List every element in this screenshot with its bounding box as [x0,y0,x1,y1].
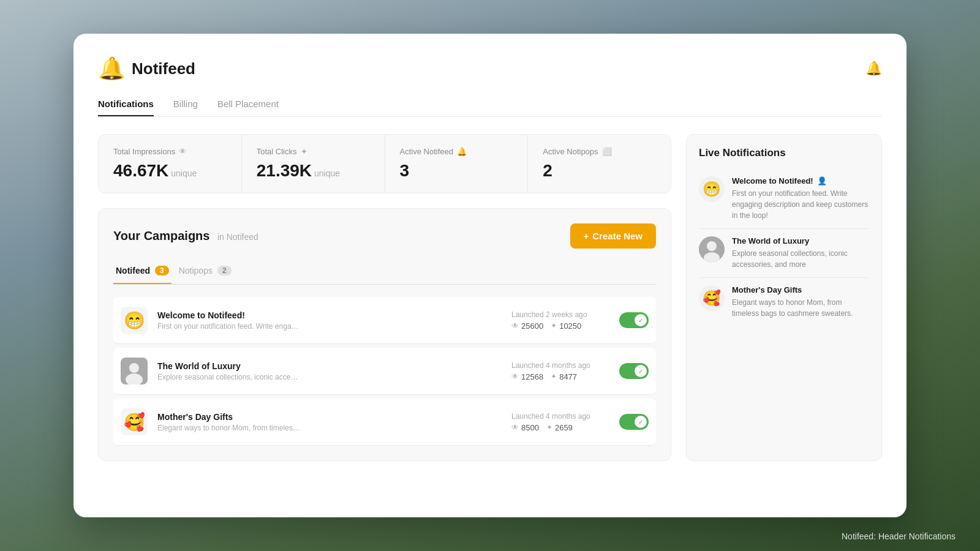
campaigns-subtitle: in Notifeed [217,232,258,242]
footer-watermark: Notifeed: Header Notifications [842,531,956,541]
toggle-1[interactable]: ✓ [619,363,649,379]
svg-point-1 [129,363,139,373]
campaign-tab-notipops[interactable]: Notipops 2 [176,261,234,284]
campaign-stats-0: Launched 2 weeks ago 👁 25600 ✦ 10250 [511,310,609,331]
spark-icon-2: ✦ [546,423,552,432]
views-metric-0: 👁 25600 [511,321,543,331]
campaign-launched-2: Launched 4 months ago [511,412,590,421]
stat-impressions-value: 46.67Kunique [113,161,227,181]
notif-content-2: Mother's Day Gifts Elegant ways to honor… [732,285,869,319]
notif-content-0: Welcome to Notifeed! 👤 First on your not… [732,176,869,221]
toggle-knob-2: ✓ [635,416,647,428]
campaign-name-2: Mother's Day Gifts [157,412,502,422]
notif-name-0: Welcome to Notifeed! 👤 [732,176,869,186]
tab-notifications[interactable]: Notifications [98,99,154,116]
notif-name-icon-0: 👤 [817,176,827,186]
tab-bell-placement[interactable]: Bell Placement [217,99,279,116]
notipops-tab-label: Notipops [179,266,213,276]
views-metric-1: 👁 12568 [511,372,543,381]
app-window: 🔔 Notifeed 🔔 Notifications Billing Bell … [74,34,907,517]
person-avatar-notif-1 [699,236,725,262]
left-panel: Total Impressions 👁 46.67Kunique Total C… [98,134,671,461]
stat-impressions-label: Total Impressions 👁 [113,147,227,156]
eye-icon-0: 👁 [511,321,519,330]
notif-item-2: 🥰 Mother's Day Gifts Elegant ways to hon… [699,278,869,326]
nav-tabs: Notifications Billing Bell Placement [98,99,882,117]
campaign-desc-1: Explore seasonal collections, iconic acc… [157,373,502,381]
header-bell-icon[interactable]: 🔔 [865,61,882,77]
campaign-info-2: Mother's Day Gifts Elegant ways to honor… [157,412,502,432]
stat-active-notipops: Active Notipops ⬜ 2 [528,135,671,193]
campaign-name-0: Welcome to Notifeed! [157,310,502,320]
toggle-2[interactable]: ✓ [619,414,649,430]
right-panel: Live Notifications 😁 Welcome to Notifeed… [686,134,882,461]
stat-notifeed-label: Active Notifeed 🔔 [400,147,513,156]
svg-point-4 [707,241,717,251]
campaign-list: 😁 Welcome to Notifeed! First on your not… [113,297,656,446]
campaign-emoji-0: 😁 [121,307,148,334]
toggle-knob-0: ✓ [635,314,647,326]
notipops-icon: ⬜ [602,147,612,156]
stat-total-impressions: Total Impressions 👁 46.67Kunique [99,135,242,193]
toggle-knob-1: ✓ [635,365,647,377]
stat-notifeed-value: 3 [400,161,513,181]
campaign-desc-0: First on your notification feed. Write e… [157,322,502,331]
campaign-desc-2: Elegant ways to honor Mom, from timeles… [157,424,502,432]
notif-item-1: The World of Luxury Explore seasonal col… [699,229,869,278]
notif-avatar-1 [699,236,725,262]
header: 🔔 Notifeed 🔔 [98,56,882,81]
stat-notipops-label: Active Notipops ⬜ [543,147,656,156]
notif-avatar-0: 😁 [699,176,725,202]
notifeed-icon: 🔔 [457,147,467,156]
plus-icon: + [584,231,589,241]
live-notifications-panel: Live Notifications 😁 Welcome to Notifeed… [686,134,882,461]
campaign-item: The World of Luxury Explore seasonal col… [113,348,656,395]
clicks-metric-1: ✦ 8477 [551,372,577,381]
campaigns-section: Your Campaigns in Notifeed + Create New … [98,208,671,461]
campaigns-header: Your Campaigns in Notifeed + Create New [113,223,656,249]
stat-clicks-label: Total Clicks ✦ [257,147,370,156]
campaigns-title-area: Your Campaigns in Notifeed [113,229,258,243]
app-name: Notifeed [132,59,195,78]
eye-icon-1: 👁 [511,372,519,381]
live-notifications-title: Live Notifications [699,147,869,159]
campaign-info-0: Welcome to Notifeed! First on your notif… [157,310,502,331]
campaign-item: 😁 Welcome to Notifeed! First on your not… [113,297,656,344]
campaign-tabs: Notifeed 3 Notipops 2 [113,261,656,285]
clicks-icon: ✦ [301,147,307,156]
stat-active-notifeed: Active Notifeed 🔔 3 [385,135,529,193]
toggle-0[interactable]: ✓ [619,312,649,328]
campaign-name-1: The World of Luxury [157,361,502,371]
spark-icon-1: ✦ [551,372,557,381]
campaign-launched-0: Launched 2 weeks ago [511,310,587,319]
logo-icon: 🔔 [98,56,126,81]
notif-avatar-2: 🥰 [699,285,725,311]
notifeed-tab-badge: 3 [155,266,169,276]
notif-name-2: Mother's Day Gifts [732,285,869,294]
campaign-stats-2: Launched 4 months ago 👁 8500 ✦ 2659 [511,412,609,432]
main-content: Total Impressions 👁 46.67Kunique Total C… [98,134,882,461]
notif-desc-2: Elegant ways to honor Mom, from timeless… [732,297,869,319]
impressions-icon: 👁 [179,147,187,156]
create-new-button[interactable]: + Create New [570,223,656,249]
stat-notipops-value: 2 [543,161,656,181]
tab-billing[interactable]: Billing [173,99,198,116]
campaign-tab-notifeed[interactable]: Notifeed 3 [113,261,172,284]
clicks-metric-2: ✦ 2659 [546,423,573,432]
stat-clicks-value: 21.39Kunique [257,161,370,181]
notipops-tab-badge: 2 [217,266,232,276]
campaign-metrics-2: 👁 8500 ✦ 2659 [511,423,573,432]
create-new-label: Create New [592,231,643,241]
stats-row: Total Impressions 👁 46.67Kunique Total C… [98,134,671,193]
notif-content-1: The World of Luxury Explore seasonal col… [732,236,869,270]
notifeed-tab-label: Notifeed [116,266,150,276]
notif-desc-1: Explore seasonal collections, iconic acc… [732,248,869,270]
notif-name-1: The World of Luxury [732,236,869,246]
views-metric-2: 👁 8500 [511,423,539,432]
campaign-metrics-1: 👁 12568 ✦ 8477 [511,372,577,381]
eye-icon-2: 👁 [511,423,519,432]
campaign-stats-1: Launched 4 months ago 👁 12568 ✦ 8477 [511,361,609,381]
campaign-emoji-1 [121,358,148,384]
notif-item-0: 😁 Welcome to Notifeed! 👤 First on your n… [699,169,869,229]
clicks-metric-0: ✦ 10250 [551,321,581,331]
